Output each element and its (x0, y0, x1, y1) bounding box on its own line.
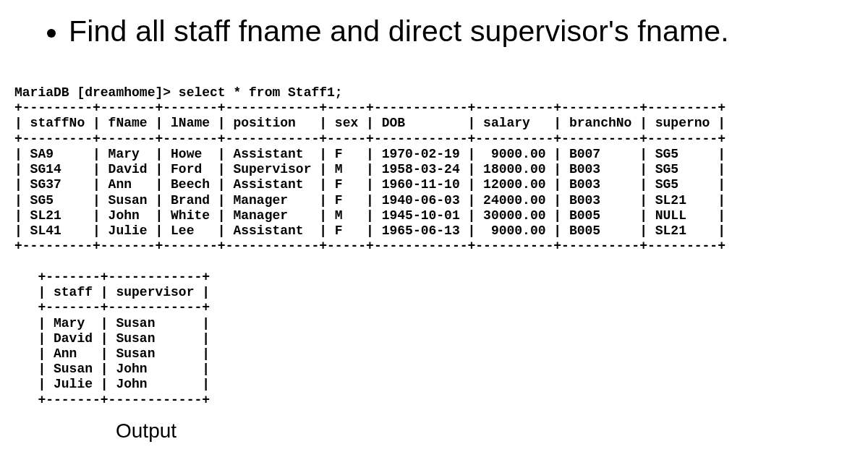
bullet-text: Find all staff fname and direct supervis… (69, 14, 729, 48)
terminal-output: MariaDB [dreamhome]> select * from Staff… (14, 85, 726, 408)
output-label: Output (116, 419, 176, 443)
bullet-dot-icon (47, 29, 56, 38)
bullet-item: Find all staff fname and direct supervis… (47, 14, 729, 48)
slide: Find all staff fname and direct supervis… (0, 0, 868, 452)
